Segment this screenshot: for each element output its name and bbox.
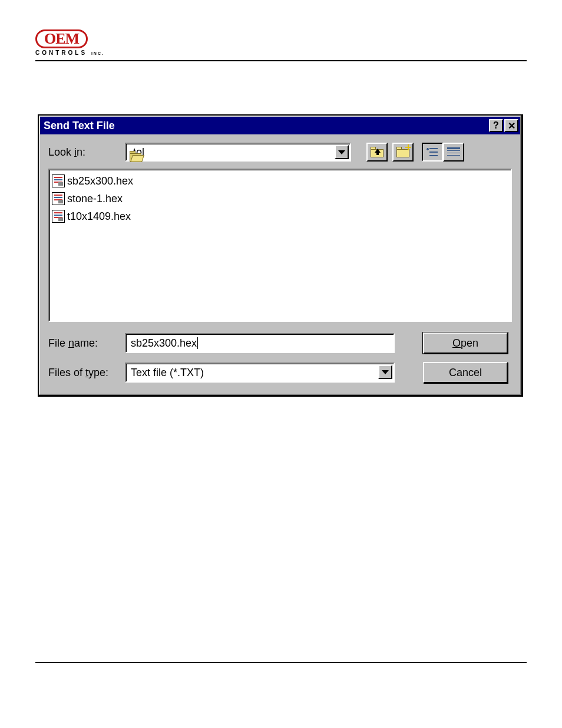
- look-in-combo[interactable]: tol: [125, 143, 351, 162]
- list-item[interactable]: sb25x300.hex: [52, 172, 508, 190]
- look-in-label: Look in:: [48, 146, 125, 159]
- file-icon: [52, 192, 65, 205]
- file-name: sb25x300.hex: [67, 175, 133, 187]
- cancel-button[interactable]: Cancel: [423, 362, 508, 383]
- file-name: stone-1.hex: [67, 193, 123, 205]
- send-text-file-dialog: Send Text File ? ✕ Look in: tol: [38, 114, 523, 397]
- details-view-icon: [447, 147, 460, 157]
- titlebar: Send Text File ? ✕: [40, 117, 520, 134]
- new-folder-icon: [396, 147, 409, 157]
- create-new-folder-button[interactable]: [392, 143, 414, 162]
- logo-subtext: CONTROLS INC.: [35, 50, 104, 56]
- list-view-button[interactable]: [422, 143, 443, 162]
- open-button[interactable]: Open: [423, 332, 508, 354]
- file-name-label: File name:: [48, 337, 125, 350]
- close-icon: ✕: [508, 120, 515, 131]
- help-icon: ?: [493, 120, 499, 131]
- list-view-icon: [426, 147, 439, 157]
- details-view-button[interactable]: [443, 143, 464, 162]
- chevron-down-icon: [382, 370, 389, 374]
- look-in-dropdown-button[interactable]: [335, 145, 349, 159]
- logo-text: OEM: [35, 29, 88, 48]
- file-name-input[interactable]: sb25x300.hex: [125, 333, 395, 353]
- file-icon: [52, 210, 65, 223]
- files-of-type-label: Files of type:: [48, 367, 125, 379]
- up-folder-icon: [371, 147, 384, 157]
- dialog-title: Send Text File: [44, 120, 115, 132]
- list-item[interactable]: t10x1409.hex: [52, 207, 508, 225]
- help-button[interactable]: ?: [489, 119, 503, 132]
- file-name: t10x1409.hex: [67, 210, 131, 223]
- files-of-type-dropdown-button[interactable]: [378, 365, 392, 379]
- logo: OEM CONTROLS INC.: [35, 29, 527, 57]
- list-item[interactable]: stone-1.hex: [52, 190, 508, 207]
- files-of-type-combo[interactable]: Text file (*.TXT): [125, 363, 395, 383]
- footer-rule: [35, 662, 527, 663]
- file-list[interactable]: sb25x300.hex stone-1.hex t10x1409.hex: [48, 169, 512, 322]
- chevron-down-icon: [338, 150, 345, 154]
- file-icon: [52, 174, 65, 187]
- close-button[interactable]: ✕: [504, 119, 518, 132]
- up-one-level-button[interactable]: [366, 143, 388, 162]
